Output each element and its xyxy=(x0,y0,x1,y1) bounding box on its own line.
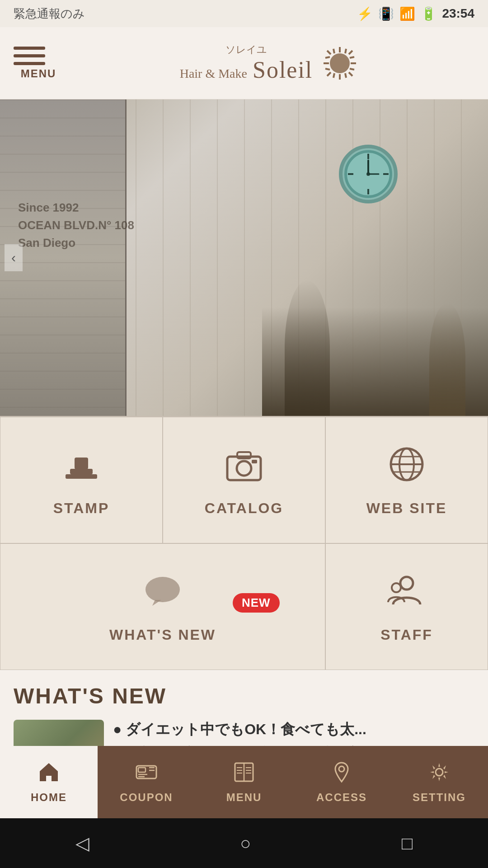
globe-icon xyxy=(386,444,427,491)
hero-background: Since 1992 OCEAN BLVD.N° 108 San Diego ‹ xyxy=(0,99,488,416)
status-time: 23:54 xyxy=(442,6,474,21)
whatsnew-label: WHAT'S NEW xyxy=(109,627,216,643)
book-icon xyxy=(232,760,256,788)
svg-rect-42 xyxy=(138,768,145,772)
android-nav: ◁ ○ □ xyxy=(0,818,488,868)
hero-clock xyxy=(339,145,398,203)
new-badge: NEW xyxy=(233,593,280,613)
hero-plants xyxy=(262,235,488,416)
svg-point-39 xyxy=(400,577,413,590)
gear-icon xyxy=(427,760,451,788)
chat-icon xyxy=(142,571,183,618)
recent-button[interactable]: □ xyxy=(402,833,413,854)
sun-icon xyxy=(322,45,358,81)
bottom-nav: HOME COUPON xyxy=(0,746,488,818)
nav-menu[interactable]: MENU xyxy=(195,746,293,818)
nav-home-label: HOME xyxy=(31,791,67,804)
nav-setting-label: SETTING xyxy=(413,791,466,804)
svg-line-5 xyxy=(327,51,331,54)
nav-access-label: ACCESS xyxy=(316,791,367,804)
nav-access[interactable]: ACCESS xyxy=(293,746,390,818)
svg-point-29 xyxy=(237,461,251,476)
whats-new-title: WHAT'S NEW xyxy=(14,684,474,708)
svg-line-12 xyxy=(325,69,330,70)
hamburger-icon xyxy=(14,47,45,65)
svg-line-6 xyxy=(349,72,352,76)
status-right: ⚡ 📳 📶 🔋 23:54 xyxy=(357,6,474,21)
hero-prev-arrow[interactable]: ‹ xyxy=(5,244,23,271)
camera-icon xyxy=(224,444,264,491)
nav-setting[interactable]: SETTING xyxy=(390,746,488,818)
svg-line-7 xyxy=(349,51,352,54)
svg-rect-27 xyxy=(66,474,97,479)
grid-item-catalog[interactable]: CATALOG xyxy=(163,417,325,543)
nav-menu-label: MENU xyxy=(226,791,262,804)
battery-icon: 🔋 xyxy=(421,6,436,21)
grid-item-website[interactable]: WEB SITE xyxy=(325,417,488,543)
svg-line-16 xyxy=(333,73,334,78)
status-carrier: 緊急通報のみ xyxy=(14,6,85,22)
nav-coupon[interactable]: COUPON xyxy=(98,746,195,818)
menu-button[interactable]: MENU xyxy=(14,47,63,80)
vibrate-icon: 📳 xyxy=(378,6,394,21)
logo-area: ソレイユ Hair & Make Soleil xyxy=(63,43,474,83)
bluetooth-icon: ⚡ xyxy=(357,6,373,21)
svg-point-37 xyxy=(145,577,180,602)
svg-marker-38 xyxy=(152,600,161,606)
staff-label: STAFF xyxy=(380,627,433,643)
news-headline: ● ダイエット中でもOK！食べても太... xyxy=(113,720,460,740)
header: MENU ソレイユ Hair & Make Soleil xyxy=(0,27,488,99)
hero-stamp-text: Since 1992 OCEAN BLVD.N° 108 San Diego xyxy=(18,199,134,252)
grid-item-whatsnew[interactable]: NEW WHAT'S NEW xyxy=(0,543,325,670)
svg-line-9 xyxy=(333,49,334,53)
grid-item-stamp[interactable]: STAMP xyxy=(0,417,163,543)
website-label: WEB SITE xyxy=(366,500,447,517)
svg-line-15 xyxy=(345,49,346,53)
pin-icon xyxy=(330,760,353,788)
catalog-label: CATALOG xyxy=(205,500,283,517)
svg-point-56 xyxy=(436,769,443,776)
stamp-icon xyxy=(61,444,102,491)
svg-rect-26 xyxy=(75,458,88,469)
grid-menu: STAMP CATALOG WEB SITE xyxy=(0,416,488,670)
back-button[interactable]: ◁ xyxy=(75,833,89,854)
logo-sub: Hair & Make xyxy=(180,66,247,81)
people-icon xyxy=(386,571,427,618)
svg-point-55 xyxy=(339,766,344,772)
home-button[interactable]: ○ xyxy=(240,833,251,854)
hero-image: Since 1992 OCEAN BLVD.N° 108 San Diego ‹ xyxy=(0,99,488,416)
coupon-icon xyxy=(135,760,158,788)
logo-katakana: ソレイユ xyxy=(180,43,313,57)
wifi-icon: 📶 xyxy=(399,6,415,21)
menu-label: MENU xyxy=(14,67,63,80)
svg-line-14 xyxy=(325,57,330,58)
nav-home[interactable]: HOME xyxy=(0,746,98,818)
svg-line-13 xyxy=(350,69,354,70)
logo-text-area: ソレイユ Hair & Make Soleil xyxy=(180,43,313,83)
whatsnew-icon-wrap: NEW xyxy=(142,571,183,618)
svg-line-10 xyxy=(345,73,346,78)
status-bar: 緊急通報のみ ⚡ 📳 📶 🔋 23:54 xyxy=(0,0,488,27)
svg-line-11 xyxy=(350,57,354,58)
home-icon xyxy=(37,760,61,788)
stamp-label: STAMP xyxy=(53,500,110,517)
svg-line-8 xyxy=(327,72,331,76)
logo-main: Soleil xyxy=(253,57,313,83)
grid-item-staff[interactable]: STAFF xyxy=(325,543,488,670)
svg-point-0 xyxy=(330,53,350,73)
svg-point-40 xyxy=(392,583,401,592)
nav-coupon-label: COUPON xyxy=(120,791,173,804)
svg-rect-31 xyxy=(252,460,257,463)
svg-rect-25 xyxy=(70,469,93,474)
